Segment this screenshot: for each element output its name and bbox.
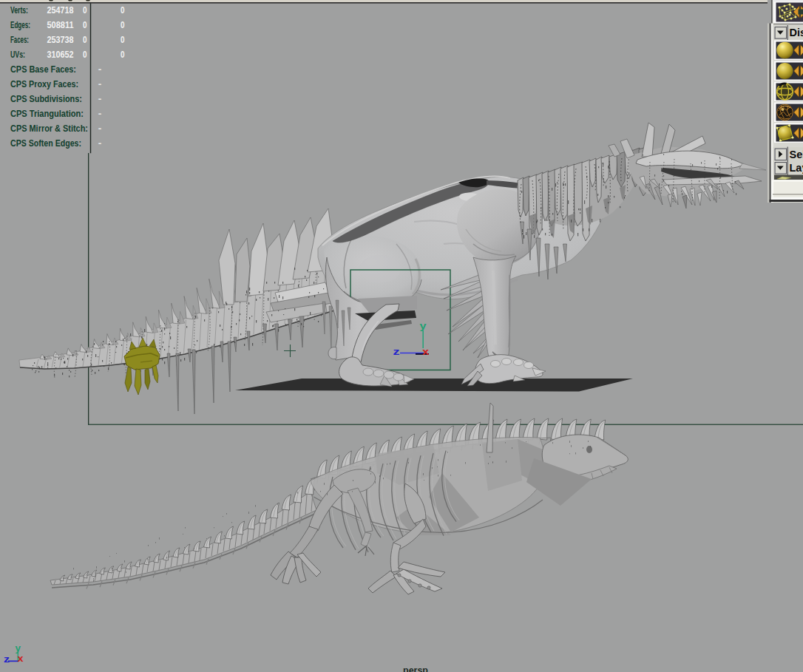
svg-text:0: 0 — [83, 49, 87, 60]
svg-text:CPS Mirror & Stitch:: CPS Mirror & Stitch: — [10, 123, 88, 134]
svg-text:-: - — [98, 93, 102, 104]
svg-text:Lay: Lay — [790, 162, 803, 174]
svg-text:-: - — [98, 64, 102, 75]
svg-text:-: - — [98, 108, 102, 119]
svg-text:254718: 254718 — [47, 4, 74, 16]
svg-text:CPS Subdivisions:: CPS Subdivisions: — [10, 93, 82, 104]
svg-text:-: - — [98, 123, 102, 134]
svg-text:x: x — [422, 346, 430, 357]
svg-text:Faces:: Faces: — [10, 34, 29, 45]
svg-text:Sel: Sel — [790, 149, 803, 160]
svg-text:CPS Soften Edges:: CPS Soften Edges: — [10, 138, 81, 149]
svg-text:0: 0 — [83, 19, 87, 30]
svg-text:0: 0 — [121, 19, 125, 30]
svg-text:z: z — [393, 346, 401, 357]
svg-text:Disp: Disp — [790, 27, 803, 38]
svg-text:CPS Triangulation:: CPS Triangulation: — [10, 108, 84, 119]
svg-text:0: 0 — [121, 4, 125, 16]
svg-text:y: y — [16, 643, 21, 654]
svg-text:persp: persp — [403, 665, 428, 672]
svg-text:0: 0 — [83, 4, 87, 16]
svg-text:508811: 508811 — [47, 19, 74, 30]
svg-text:-: - — [98, 138, 102, 149]
svg-text:310652: 310652 — [47, 49, 74, 60]
svg-text:CPS Proxy Faces:: CPS Proxy Faces: — [10, 78, 78, 89]
svg-text:y: y — [420, 320, 427, 331]
svg-text:253738: 253738 — [47, 34, 74, 45]
svg-text:z: z — [4, 654, 10, 665]
svg-text:0: 0 — [121, 49, 125, 60]
svg-text:0: 0 — [121, 34, 125, 45]
svg-text:UVs:: UVs: — [10, 49, 25, 60]
svg-text:-: - — [98, 78, 102, 89]
svg-text:Edges:: Edges: — [10, 19, 30, 30]
svg-text:0: 0 — [83, 34, 87, 45]
svg-text:Verts:: Verts: — [10, 4, 28, 16]
svg-text:x: x — [18, 654, 24, 664]
svg-text:CPS Base Faces:: CPS Base Faces: — [10, 64, 76, 75]
